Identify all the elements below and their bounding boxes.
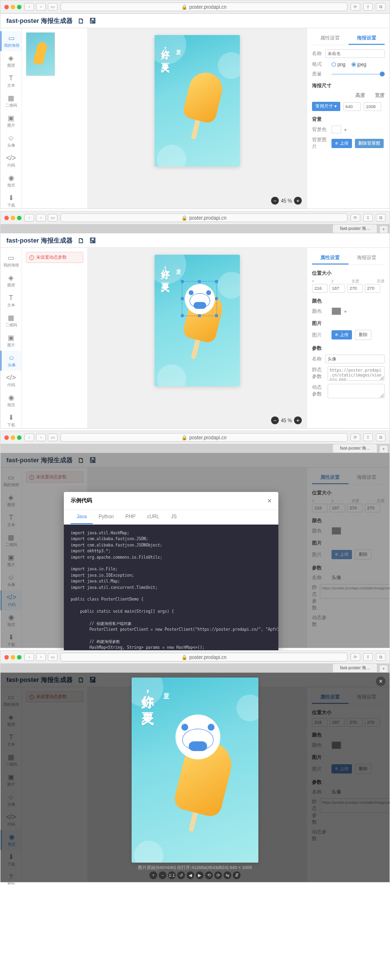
sidebar-item-avatar[interactable]: ☺头像 xyxy=(0,351,21,371)
delete-image-button[interactable]: 删除 xyxy=(355,330,371,340)
code-tab-java[interactable]: Java xyxy=(71,510,93,524)
nav-back[interactable]: ‹ xyxy=(24,3,34,11)
new-tab-button[interactable]: + xyxy=(380,226,388,233)
nav-reload[interactable]: ⟳ xyxy=(351,214,360,222)
nav-tabs[interactable]: ⧉ xyxy=(376,433,386,441)
sidebar-item-qrcode[interactable]: ▦二维码 xyxy=(0,311,21,331)
upload-bg-button[interactable]: ⊕ 上传 xyxy=(332,139,352,148)
poster-preview[interactable]: 你好，夏天 立夏 xyxy=(155,35,240,167)
zoom-out-button[interactable]: − xyxy=(271,197,279,205)
browser-tab[interactable]: fast-poster 海... xyxy=(333,664,377,672)
code-tab-python[interactable]: Python xyxy=(93,510,119,524)
browser-tab[interactable]: fast-poster 海... xyxy=(333,225,377,233)
save-icon[interactable]: 🖫 xyxy=(89,17,96,25)
preset-size-button[interactable]: 常用尺寸 ▾ xyxy=(312,102,340,111)
nav-sidebar[interactable]: ▭ xyxy=(48,214,58,222)
sidebar-item-preview[interactable]: ◉预览 xyxy=(0,391,21,411)
new-doc-icon[interactable]: 🗋 xyxy=(78,17,84,25)
input-height[interactable] xyxy=(343,102,361,111)
nav-share[interactable]: ⇪ xyxy=(363,3,373,11)
nav-fwd[interactable]: › xyxy=(36,214,46,222)
zoom-in-button[interactable]: + xyxy=(294,197,302,205)
dialog-close-button[interactable]: × xyxy=(268,497,272,505)
sidebar-item-download[interactable]: ⬇下载 xyxy=(0,191,21,211)
nav-share[interactable]: ⇪ xyxy=(363,214,373,222)
tab-attr[interactable]: 属性设置 xyxy=(312,32,349,45)
code-tab-curl[interactable]: cURL xyxy=(141,510,165,524)
new-doc-icon[interactable]: 🗋 xyxy=(78,237,84,245)
pv-zoom-in[interactable]: + xyxy=(150,871,157,879)
avatar-element[interactable] xyxy=(185,284,215,314)
sidebar-item-image[interactable]: ▣图片 xyxy=(0,111,21,131)
tab-attr[interactable]: 属性设置 xyxy=(312,252,349,264)
input-h[interactable] xyxy=(365,284,380,293)
nav-fwd[interactable]: › xyxy=(36,653,46,661)
radio-jpeg[interactable]: jpeg xyxy=(351,62,367,67)
input-y[interactable] xyxy=(330,284,345,293)
new-tab-button[interactable]: + xyxy=(380,665,388,672)
sidebar-item-preview[interactable]: ◉预览 xyxy=(0,171,21,191)
nav-share[interactable]: ⇪ xyxy=(363,653,373,661)
pv-prev[interactable]: ◀ xyxy=(187,871,195,879)
radio-png[interactable]: png xyxy=(332,62,346,67)
sidebar-item-avatar[interactable]: ☺头像 xyxy=(0,131,21,151)
canvas[interactable]: 你好，夏天 立夏 − 45 % + xyxy=(88,28,307,208)
poster-thumbnail[interactable] xyxy=(26,32,55,76)
zoom-in-button[interactable]: + xyxy=(294,416,302,424)
input-width[interactable] xyxy=(364,102,381,111)
nav-reload[interactable]: ⟳ xyxy=(351,653,360,661)
input-dyn-param[interactable] xyxy=(328,384,385,398)
new-tab-button[interactable]: + xyxy=(380,446,388,452)
pv-flip-v[interactable]: ⇵ xyxy=(233,871,241,879)
pv-fit[interactable]: 1:1 xyxy=(168,871,176,879)
sidebar-item-text[interactable]: T文本 xyxy=(0,291,21,311)
sidebar-item-myposters[interactable]: ▭我的海报 xyxy=(0,251,21,271)
preview-close-button[interactable]: × xyxy=(376,677,386,686)
tab-poster[interactable]: 海报设置 xyxy=(349,252,385,264)
nav-fwd[interactable]: › xyxy=(36,433,46,441)
upload-image-button[interactable]: ⊕ 上传 xyxy=(332,330,352,339)
avatar-selection[interactable] xyxy=(182,281,217,316)
nav-share[interactable]: ⇪ xyxy=(363,433,373,441)
code-tab-php[interactable]: PHP xyxy=(119,510,141,524)
input-x[interactable] xyxy=(312,284,328,293)
color-swatch[interactable] xyxy=(332,307,341,315)
input-w[interactable] xyxy=(347,284,363,293)
nav-reload[interactable]: ⟳ xyxy=(351,3,360,11)
sidebar-item-text[interactable]: T文本 xyxy=(0,71,21,91)
remove-bg-button[interactable]: 删除背景图 xyxy=(355,139,384,148)
sidebar-item-layer[interactable]: ◈图层 xyxy=(0,51,21,71)
nav-tabs[interactable]: ⧉ xyxy=(376,653,386,661)
nav-back[interactable]: ‹ xyxy=(24,433,34,441)
pv-rotate-l[interactable]: ⟲ xyxy=(205,871,213,879)
pv-play[interactable]: ▶ xyxy=(196,871,204,879)
nav-back[interactable]: ‹ xyxy=(24,653,34,661)
pv-flip-h[interactable]: ⇋ xyxy=(224,871,232,879)
input-param-name[interactable] xyxy=(325,355,385,363)
zoom-out-button[interactable]: − xyxy=(271,416,279,424)
canvas[interactable]: 你好，夏天 立夏 −45 %+ xyxy=(88,248,307,428)
nav-fwd[interactable]: › xyxy=(36,3,46,11)
input-static-param[interactable]: https://poster.prodapi.cn/static/images/… xyxy=(328,366,385,381)
url-bar[interactable]: 🔒 poster.prodapi.cn xyxy=(60,2,348,11)
save-icon[interactable]: 🖫 xyxy=(89,237,96,245)
code-tab-js[interactable]: JS xyxy=(165,510,183,524)
pv-rotate-r[interactable]: ⟳ xyxy=(214,871,222,879)
browser-tab[interactable]: fast-poster 海... xyxy=(333,444,377,452)
bgcolor-swatch[interactable] xyxy=(332,126,341,133)
nav-reload[interactable]: ⟳ xyxy=(351,433,360,441)
nav-back[interactable]: ‹ xyxy=(24,214,34,222)
url-bar[interactable]: 🔒 poster.prodapi.cn xyxy=(60,653,348,661)
nav-sidebar[interactable]: ▭ xyxy=(48,433,58,441)
poster-preview[interactable]: 你好，夏天 立夏 xyxy=(155,255,240,386)
sidebar-item-qrcode[interactable]: ▦二维码 xyxy=(0,91,21,111)
url-bar[interactable]: 🔒 poster.prodapi.cn xyxy=(60,213,348,222)
sidebar-item-layer[interactable]: ◈图层 xyxy=(0,271,21,291)
nav-sidebar[interactable]: ▭ xyxy=(48,653,58,661)
nav-tabs[interactable]: ⧉ xyxy=(376,214,386,222)
sidebar-item-download[interactable]: ⬇下载 xyxy=(0,411,21,431)
sidebar-item-code[interactable]: </>代码 xyxy=(0,151,21,171)
pv-zoom-out[interactable]: − xyxy=(159,871,167,879)
quality-slider[interactable] xyxy=(332,74,385,75)
pv-reset[interactable]: ↺ xyxy=(177,871,185,879)
